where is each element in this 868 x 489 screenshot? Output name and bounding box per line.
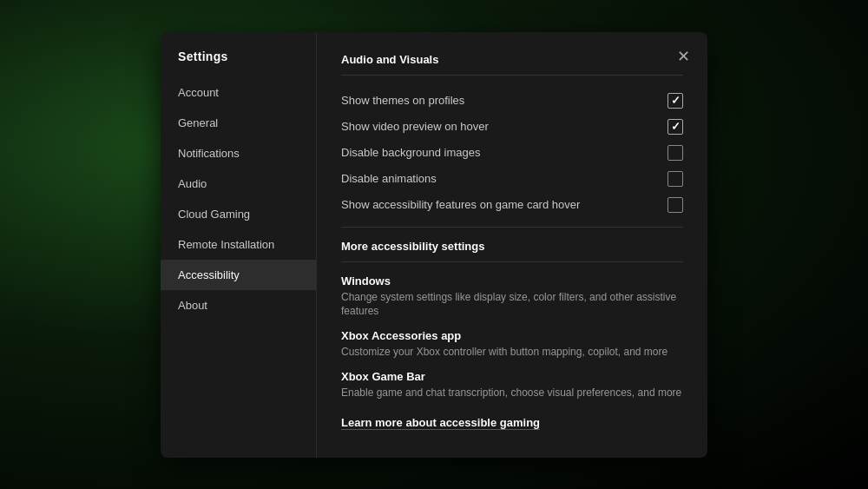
checkbox-show-accessibility[interactable] — [667, 197, 683, 213]
setting-label-show-accessibility: Show accessibility features on game card… — [341, 198, 580, 211]
setting-row-show-video-preview: Show video preview on hover — [341, 114, 683, 140]
link-desc-windows: Change system settings like display size… — [341, 290, 683, 320]
sidebar: Settings AccountGeneralNotificationsAudi… — [161, 32, 317, 458]
setting-row-disable-animations: Disable animations — [341, 166, 683, 192]
sidebar-item-about[interactable]: About — [161, 290, 316, 320]
sidebar-item-remote-installation[interactable]: Remote Installation — [161, 229, 316, 260]
checkbox-show-themes[interactable] — [667, 93, 683, 109]
setting-label-show-themes: Show themes on profiles — [341, 94, 464, 107]
sidebar-title: Settings — [161, 46, 316, 77]
main-content: ✕ Audio and Visuals Show themes on profi… — [317, 32, 707, 458]
checkbox-disable-animations[interactable] — [667, 171, 683, 187]
settings-dialog: Settings AccountGeneralNotificationsAudi… — [161, 32, 707, 458]
setting-label-show-video-preview: Show video preview on hover — [341, 120, 489, 133]
link-title-xbox-accessories: Xbox Accessories app — [341, 329, 683, 342]
link-section-xbox-accessories[interactable]: Xbox Accessories appCustomize your Xbox … — [341, 329, 683, 360]
setting-label-disable-animations: Disable animations — [341, 172, 437, 185]
sidebar-item-cloud-gaming[interactable]: Cloud Gaming — [161, 199, 316, 229]
divider-1 — [341, 75, 683, 76]
setting-row-show-accessibility: Show accessibility features on game card… — [341, 192, 683, 218]
link-section-xbox-game-bar[interactable]: Xbox Game BarEnable game and chat transc… — [341, 370, 683, 400]
sidebar-item-audio[interactable]: Audio — [161, 169, 316, 199]
sidebar-item-general[interactable]: General — [161, 108, 316, 138]
divider-3 — [341, 261, 683, 262]
more-settings-title: More accessibility settings — [341, 240, 683, 253]
checkbox-show-video-preview[interactable] — [667, 119, 683, 135]
link-desc-xbox-game-bar: Enable game and chat transcription, choo… — [341, 386, 683, 400]
link-section-windows[interactable]: WindowsChange system settings like displ… — [341, 274, 683, 320]
link-title-xbox-game-bar: Xbox Game Bar — [341, 370, 683, 383]
learn-more-link[interactable]: Learn more about accessible gaming — [341, 416, 540, 430]
setting-row-show-themes: Show themes on profiles — [341, 88, 683, 114]
link-title-windows: Windows — [341, 274, 683, 287]
setting-label-disable-background: Disable background images — [341, 146, 480, 159]
checkbox-disable-background[interactable] — [667, 145, 683, 161]
link-desc-xbox-accessories: Customize your Xbox controller with butt… — [341, 345, 683, 360]
sidebar-item-accessibility[interactable]: Accessibility — [161, 260, 316, 290]
section-title: Audio and Visuals — [341, 53, 683, 66]
sidebar-item-notifications[interactable]: Notifications — [161, 138, 316, 169]
setting-row-disable-background: Disable background images — [341, 140, 683, 166]
divider-2 — [341, 227, 683, 228]
sidebar-item-account[interactable]: Account — [161, 77, 316, 108]
close-button[interactable]: ✕ — [671, 44, 695, 69]
